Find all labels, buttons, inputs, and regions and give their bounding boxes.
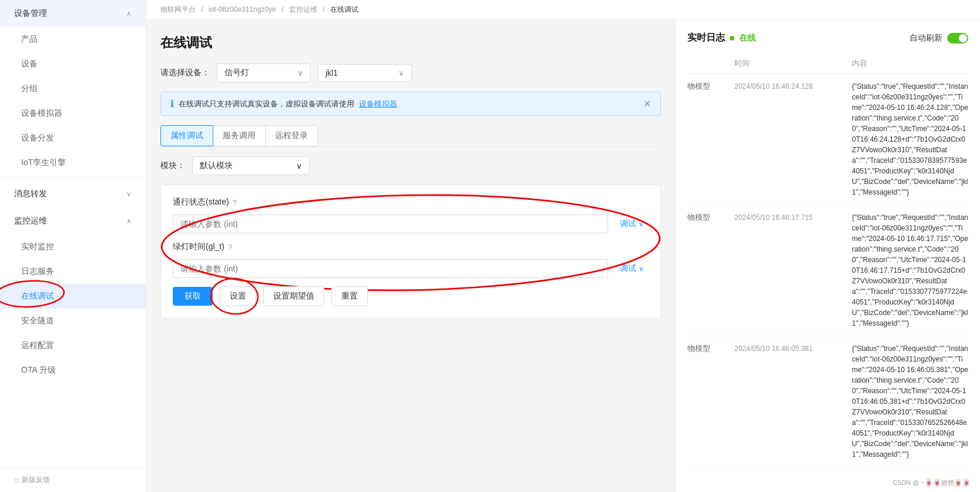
auto-refresh-label: 自动刷新 xyxy=(909,33,942,43)
auto-refresh-toggle[interactable] xyxy=(947,33,968,43)
breadcrumb-instance[interactable]: iot-06z00e311ngz0ye xyxy=(209,5,276,14)
device-simulator-link[interactable]: 设备模拟器 xyxy=(359,99,397,109)
property-title-gl-t: 绿灯时间(gl_t) ? xyxy=(173,242,649,252)
log-header: 实时日志 在线 自动刷新 xyxy=(687,32,968,44)
action-buttons: 获取 设置 设置期望值 重置 xyxy=(173,286,649,306)
log-time-1: 2024/05/10 16:46:17.715 xyxy=(734,213,852,222)
device-select[interactable]: jkl1 ∨ xyxy=(318,64,412,82)
property-input-gl-t[interactable] xyxy=(173,259,608,278)
breadcrumb-iot[interactable]: 物联网平台 xyxy=(160,5,196,14)
device-select-arrow: ∨ xyxy=(398,68,404,78)
log-title-text: 实时日志 xyxy=(687,32,725,44)
collapse-icon-monitor: ∧ xyxy=(126,217,132,225)
expand-icon: ∨ xyxy=(126,190,132,198)
sidebar-item-groups[interactable]: 分组 xyxy=(0,76,146,101)
device-selector-label: 请选择设备： xyxy=(160,68,210,78)
reset-button[interactable]: 重置 xyxy=(331,286,368,306)
info-banner: ℹ 在线调试只支持调试真实设备，虚拟设备调试请使用 设备模拟器 ✕ xyxy=(160,92,661,116)
breadcrumb-monitor[interactable]: 监控运维 xyxy=(289,5,317,14)
feedback-icon: □ xyxy=(14,476,18,484)
debug-tabs: 属性调试 服务调用 远程登录 xyxy=(160,125,661,147)
sidebar-item-realtime-monitor[interactable]: 实时监控 xyxy=(0,235,146,259)
sidebar-item-iot-twin[interactable]: IoT孪生引擎 xyxy=(0,150,146,175)
info-text: 在线调试只支持调试真实设备，虚拟设备调试请使用 xyxy=(179,99,354,109)
test-arrow-icon: ∨ xyxy=(639,220,644,228)
set-button[interactable]: 设置 xyxy=(220,286,256,306)
realtime-log-panel: 实时日志 在线 自动刷新 时间 内容 物模型 2024/05/10 16:46:… xyxy=(675,20,980,492)
auto-refresh-area: 自动刷新 xyxy=(909,33,968,43)
log-content-0: {"Status":"true","RequestId":"","Instanc… xyxy=(852,81,968,198)
property-card: 通行状态(state) ? 调试 ∨ 绿灯时间(gl_t) ? xyxy=(160,185,661,319)
feedback-button[interactable]: □ 新版反馈 xyxy=(0,467,146,492)
log-entry-1: 物模型 2024/05/10 16:46:17.715 {"Status":"t… xyxy=(687,205,968,336)
online-status-dot xyxy=(730,36,734,41)
sidebar-item-products[interactable]: 产品 xyxy=(0,27,146,52)
sidebar-item-simulator[interactable]: 设备模拟器 xyxy=(0,101,146,126)
sidebar-item-remote-config[interactable]: 远程配置 xyxy=(0,333,146,358)
sidebar-item-devices[interactable]: 设备 xyxy=(0,52,146,76)
sidebar-section-label: 设备管理 xyxy=(14,8,47,19)
device-selector-row: 请选择设备： 信号灯 ∨ jkl1 ∨ xyxy=(160,63,661,82)
log-time-0: 2024/05/10 16:46:24.128 xyxy=(734,82,852,91)
product-select[interactable]: 信号灯 ∨ xyxy=(217,63,311,82)
log-col-time: 时间 xyxy=(734,58,852,69)
module-select[interactable]: 默认模块 ∨ xyxy=(192,156,310,175)
log-title-area: 实时日志 在线 xyxy=(687,32,756,44)
log-time-2: 2024/05/10 16:46:05.381 xyxy=(734,344,852,353)
divider xyxy=(0,178,146,178)
log-entry-2: 物模型 2024/05/10 16:46:05.381 {"Status":"t… xyxy=(687,336,968,467)
test-button-state[interactable]: 调试 ∨ xyxy=(615,219,649,229)
property-input-state[interactable] xyxy=(173,215,608,233)
log-status-text: 在线 xyxy=(739,33,756,43)
help-icon-state[interactable]: ? xyxy=(233,198,237,207)
test-arrow-icon-2: ∨ xyxy=(639,265,644,273)
log-entry-0: 物模型 2024/05/10 16:46:24.128 {"Status":"t… xyxy=(687,74,968,205)
sidebar-item-ota-upgrade[interactable]: OTA 升级 xyxy=(0,358,146,383)
log-table-header: 时间 内容 xyxy=(687,53,968,74)
log-type-0: 物模型 xyxy=(687,81,734,92)
left-panel: 在线调试 请选择设备： 信号灯 ∨ jkl1 ∨ ℹ 在线调试只支持调试真实设备… xyxy=(146,20,675,492)
tab-service[interactable]: 服务调用 xyxy=(213,125,266,146)
breadcrumb-current: 在线调试 xyxy=(330,5,358,14)
property-row-state: 调试 ∨ xyxy=(173,215,649,233)
module-select-arrow: ∨ xyxy=(296,161,302,170)
log-col-content: 内容 xyxy=(852,58,968,69)
main-content: 物联网平台 / iot-06z00e311ngz0ye / 监控运维 / 在线调… xyxy=(146,0,980,492)
help-icon-gl-t[interactable]: ? xyxy=(228,243,232,252)
sidebar-item-msg-forward[interactable]: 消息转发 ∨ xyxy=(0,180,146,207)
collapse-icon: ∧ xyxy=(126,9,132,18)
tab-remote-login[interactable]: 远程登录 xyxy=(266,125,318,146)
log-type-2: 物模型 xyxy=(687,343,734,354)
property-row-gl-t: 调试 ∨ xyxy=(173,259,649,278)
sidebar-item-monitor-ops[interactable]: 监控运维 ∧ xyxy=(0,207,146,235)
close-icon[interactable]: ✕ xyxy=(643,98,651,109)
sidebar-section-device-management[interactable]: 设备管理 ∧ xyxy=(0,0,146,27)
sidebar-item-online-debug[interactable]: 在线调试 xyxy=(0,284,146,309)
module-row: 模块： 默认模块 ∨ xyxy=(160,156,661,175)
content-area: 在线调试 请选择设备： 信号灯 ∨ jkl1 ∨ ℹ 在线调试只支持调试真实设备… xyxy=(146,20,980,492)
set-expected-button[interactable]: 设置期望值 xyxy=(263,286,324,306)
page-title: 在线调试 xyxy=(160,34,661,52)
sidebar-item-daily-service[interactable]: 日志服务 xyxy=(0,259,146,284)
log-content-2: {"Status":"true","RequestId":"","Instanc… xyxy=(852,343,968,460)
sidebar-item-distribute[interactable]: 设备分发 xyxy=(0,126,146,150)
log-type-1: 物模型 xyxy=(687,212,734,223)
sidebar-item-security-tunnel[interactable]: 安全隧道 xyxy=(0,309,146,333)
log-content-1: {"Status":"true","RequestId":"","Instanc… xyxy=(852,212,968,329)
property-title-state: 通行状态(state) ? xyxy=(173,197,649,207)
product-select-arrow: ∨ xyxy=(297,68,303,78)
info-icon: ℹ xyxy=(170,98,174,109)
module-label: 模块： xyxy=(160,160,185,171)
sidebar: 设备管理 ∧ 产品 设备 分组 设备模拟器 设备分发 IoT孪生引擎 消息转发 … xyxy=(0,0,146,492)
fetch-button[interactable]: 获取 xyxy=(173,287,213,306)
tab-property[interactable]: 属性调试 xyxy=(160,125,213,146)
test-button-gl-t[interactable]: 调试 ∨ xyxy=(615,263,649,274)
page-footer: CSDN @ ~🀄🀄翅膀🀄🀄 xyxy=(892,478,971,487)
breadcrumb: 物联网平台 / iot-06z00e311ngz0ye / 监控运维 / 在线调… xyxy=(146,0,980,20)
